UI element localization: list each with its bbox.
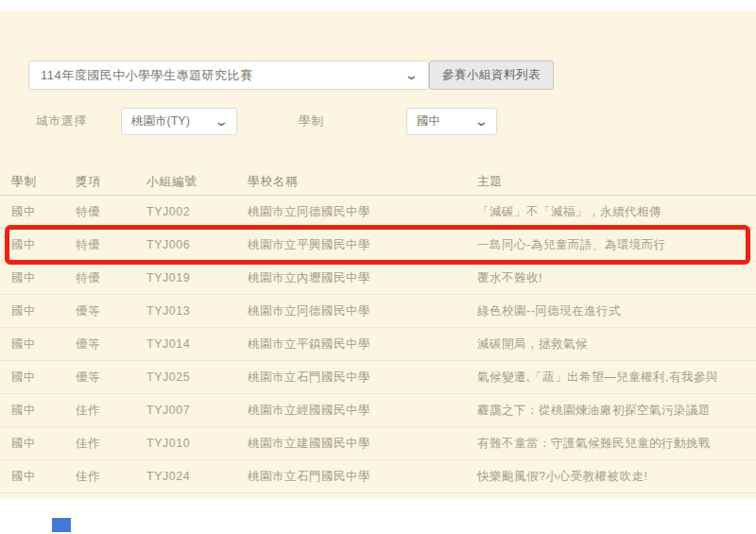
- row-school: 桃園市立建國國民中學: [248, 436, 477, 452]
- table-header-row: 學制 獎項 小組編號 學校名稱 主題: [0, 168, 756, 196]
- row-award: 佳作: [76, 403, 146, 419]
- row-school: 桃園市立內壢國民中學: [248, 270, 477, 286]
- city-select-value: 桃園市(TY): [131, 113, 216, 129]
- row-topic: 有難不童當：守護氣候難民兒童的行動挑戰: [477, 436, 756, 452]
- row-award: 特優: [76, 237, 146, 253]
- row-level: 國中: [11, 403, 76, 419]
- row-level: 國中: [11, 370, 76, 386]
- row-topic: 氣候變遷,「蔬」出希望—兒童權利,有我參與: [477, 370, 756, 386]
- city-select-label: 城市選擇: [36, 113, 87, 129]
- table-row: 國中 佳作 TYJ007 桃園市立經國國民中學 霾靄之下：從桃園煉油廠初探空氣污…: [0, 394, 756, 427]
- row-code: TYJ006: [146, 238, 248, 251]
- row-award: 佳作: [76, 469, 146, 485]
- row-topic: 綠色校園--同德現在進行式: [477, 303, 756, 319]
- row-code: TYJ019: [146, 271, 248, 284]
- row-level: 國中: [11, 303, 76, 319]
- table-row: 國中 優等 TYJ013 桃園市立同德國民中學 綠色校園--同德現在進行式: [0, 295, 756, 328]
- table-row: 國中 佳作 TYJ024 桃園市立石門國民中學 快樂颱風假?小心受教權被吹走!: [0, 460, 756, 493]
- table-row: 國中 優等 TYJ025 桃園市立石門國民中學 氣候變遷,「蔬」出希望—兒童權利…: [0, 361, 756, 394]
- row-school: 桃園市立同德國民中學: [248, 303, 477, 319]
- row-code: TYJ014: [146, 337, 248, 351]
- header-level: 學制: [11, 174, 76, 190]
- group-list-button[interactable]: 參賽小組資料列表: [429, 60, 554, 90]
- row-award: 特優: [76, 204, 146, 220]
- bottom-left-blue-mark: [52, 518, 71, 532]
- row-topic: 覆水不難收!: [477, 270, 756, 286]
- row-topic: 快樂颱風假?小心受教權被吹走!: [477, 469, 756, 485]
- row-award: 佳作: [76, 436, 146, 452]
- competition-select[interactable]: 114年度國民中小學學生專題研究比賽 ⌄: [28, 60, 429, 90]
- table-row: 國中 特優 TYJ006 桃園市立平興國民中學 一島同心-為兒童而語、為環境而行: [0, 229, 756, 262]
- row-topic: 一島同心-為兒童而語、為環境而行: [477, 237, 756, 253]
- row-code: TYJ013: [146, 304, 248, 318]
- row-award: 特優: [76, 270, 146, 286]
- header-award: 獎項: [76, 174, 146, 190]
- row-level: 國中: [11, 270, 76, 286]
- row-level: 國中: [11, 204, 76, 220]
- row-level: 國中: [11, 469, 76, 485]
- chevron-down-icon: ⌄: [404, 72, 419, 79]
- row-school: 桃園市立同德國民中學: [248, 204, 477, 220]
- row-code: TYJ024: [146, 470, 248, 483]
- row-code: TYJ007: [146, 404, 248, 417]
- competition-select-value: 114年度國民中小學學生專題研究比賽: [41, 67, 406, 84]
- level-select-value: 國中: [417, 113, 476, 129]
- row-code: TYJ025: [146, 370, 248, 384]
- row-award: 優等: [76, 370, 146, 386]
- table-body: 國中 特優 TYJ002 桃園市立同德國民中學 「減碳」不「減福」，永續代相傳 …: [0, 196, 756, 493]
- row-award: 優等: [76, 336, 146, 353]
- content-panel: 114年度國民中小學學生專題研究比賽 ⌄ 參賽小組資料列表 城市選擇 桃園市(T…: [0, 11, 756, 499]
- city-select[interactable]: 桃園市(TY) ⌄: [121, 108, 237, 135]
- level-select[interactable]: 國中 ⌄: [406, 108, 497, 135]
- row-code: TYJ010: [146, 437, 248, 450]
- row-award: 優等: [76, 303, 146, 319]
- row-school: 桃園市立經國國民中學: [248, 403, 477, 419]
- header-code: 小組編號: [146, 174, 248, 190]
- row-school: 桃園市立平興國民中學: [248, 237, 477, 253]
- row-topic: 霾靄之下：從桃園煉油廠初探空氣污染議題: [477, 403, 756, 419]
- row-level: 國中: [11, 436, 76, 452]
- row-level: 國中: [11, 237, 76, 253]
- chevron-down-icon: ⌄: [474, 118, 489, 126]
- row-code: TYJ002: [146, 205, 248, 218]
- results-table: 學制 獎項 小組編號 學校名稱 主題 國中 特優 TYJ002 桃園市立同德國民…: [0, 168, 756, 493]
- row-school: 桃園市立石門國民中學: [248, 469, 477, 485]
- chevron-down-icon: ⌄: [215, 118, 229, 126]
- row-level: 國中: [11, 336, 76, 353]
- row-topic: 「減碳」不「減福」，永續代相傳: [477, 204, 756, 220]
- row-school: 桃園市立平鎮國民中學: [248, 336, 477, 353]
- table-row: 國中 佳作 TYJ010 桃園市立建國國民中學 有難不童當：守護氣候難民兒童的行…: [0, 427, 756, 460]
- level-select-label: 學制: [299, 113, 324, 129]
- row-topic: 減碳開局，拯救氣候: [477, 336, 756, 353]
- row-school: 桃園市立石門國民中學: [248, 370, 477, 386]
- header-school: 學校名稱: [248, 174, 477, 190]
- table-row: 國中 特優 TYJ002 桃園市立同德國民中學 「減碳」不「減福」，永續代相傳: [0, 196, 756, 229]
- table-row: 國中 特優 TYJ019 桃園市立內壢國民中學 覆水不難收!: [0, 262, 756, 295]
- table-row: 國中 優等 TYJ014 桃園市立平鎮國民中學 減碳開局，拯救氣候: [0, 328, 756, 361]
- header-topic: 主題: [477, 174, 756, 190]
